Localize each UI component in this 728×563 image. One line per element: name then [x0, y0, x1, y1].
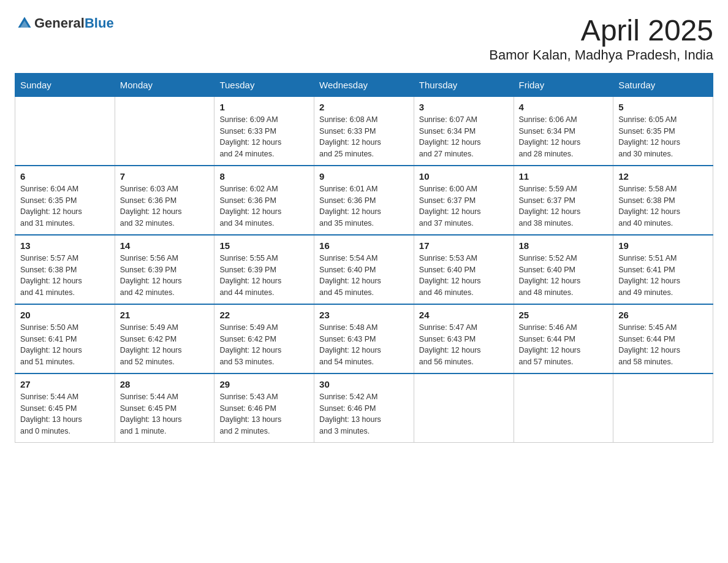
calendar-cell: 3Sunrise: 6:07 AM Sunset: 6:34 PM Daylig…: [414, 96, 514, 166]
day-info: Sunrise: 5:48 AM Sunset: 6:43 PM Dayligh…: [319, 322, 409, 368]
calendar-title: April 2025: [489, 15, 713, 47]
day-number: 14: [120, 240, 210, 251]
day-number: 1: [219, 102, 309, 112]
day-number: 27: [20, 379, 110, 389]
day-number: 26: [618, 310, 708, 320]
day-info: Sunrise: 5:45 AM Sunset: 6:44 PM Dayligh…: [618, 322, 708, 368]
day-info: Sunrise: 5:49 AM Sunset: 6:42 PM Dayligh…: [219, 322, 309, 368]
calendar-cell: 29Sunrise: 5:43 AM Sunset: 6:46 PM Dayli…: [214, 373, 314, 443]
day-info: Sunrise: 5:51 AM Sunset: 6:41 PM Dayligh…: [618, 253, 708, 299]
calendar-cell: 22Sunrise: 5:49 AM Sunset: 6:42 PM Dayli…: [214, 304, 314, 373]
calendar-cell: 8Sunrise: 6:02 AM Sunset: 6:36 PM Daylig…: [214, 166, 314, 235]
calendar-cell: [15, 96, 115, 166]
day-info: Sunrise: 6:07 AM Sunset: 6:34 PM Dayligh…: [419, 114, 509, 160]
page-header: GeneralBlue April 2025 Bamor Kalan, Madh…: [15, 15, 713, 63]
calendar-week-row: 20Sunrise: 5:50 AM Sunset: 6:41 PM Dayli…: [15, 304, 713, 373]
day-number: 20: [20, 310, 110, 320]
calendar-cell: 4Sunrise: 6:06 AM Sunset: 6:34 PM Daylig…: [514, 96, 613, 166]
calendar-cell: 1Sunrise: 6:09 AM Sunset: 6:33 PM Daylig…: [214, 96, 314, 166]
calendar-cell: 27Sunrise: 5:44 AM Sunset: 6:45 PM Dayli…: [15, 373, 115, 443]
day-number: 18: [519, 240, 609, 251]
day-number: 13: [20, 240, 110, 251]
day-number: 7: [120, 171, 210, 182]
day-number: 15: [219, 240, 309, 251]
calendar-cell: 18Sunrise: 5:52 AM Sunset: 6:40 PM Dayli…: [514, 235, 613, 304]
calendar-cell: 30Sunrise: 5:42 AM Sunset: 6:46 PM Dayli…: [314, 373, 414, 443]
day-info: Sunrise: 5:47 AM Sunset: 6:43 PM Dayligh…: [419, 322, 509, 368]
calendar-cell: 25Sunrise: 5:46 AM Sunset: 6:44 PM Dayli…: [514, 304, 613, 373]
day-number: 6: [20, 171, 110, 182]
calendar-cell: 10Sunrise: 6:00 AM Sunset: 6:37 PM Dayli…: [414, 166, 514, 235]
day-info: Sunrise: 6:02 AM Sunset: 6:36 PM Dayligh…: [219, 183, 309, 229]
calendar-cell: 11Sunrise: 5:59 AM Sunset: 6:37 PM Dayli…: [514, 166, 613, 235]
day-number: 24: [419, 310, 509, 320]
day-info: Sunrise: 5:43 AM Sunset: 6:46 PM Dayligh…: [219, 391, 309, 437]
day-info: Sunrise: 6:06 AM Sunset: 6:34 PM Dayligh…: [519, 114, 609, 160]
calendar-cell: 20Sunrise: 5:50 AM Sunset: 6:41 PM Dayli…: [15, 304, 115, 373]
day-info: Sunrise: 5:46 AM Sunset: 6:44 PM Dayligh…: [519, 322, 609, 368]
day-info: Sunrise: 5:57 AM Sunset: 6:38 PM Dayligh…: [20, 253, 110, 299]
day-info: Sunrise: 5:52 AM Sunset: 6:40 PM Dayligh…: [519, 253, 609, 299]
calendar-cell: 6Sunrise: 6:04 AM Sunset: 6:35 PM Daylig…: [15, 166, 115, 235]
title-block: April 2025 Bamor Kalan, Madhya Pradesh, …: [489, 15, 713, 63]
header-tuesday: Tuesday: [214, 73, 314, 96]
day-number: 2: [319, 102, 409, 112]
day-info: Sunrise: 6:04 AM Sunset: 6:35 PM Dayligh…: [20, 183, 110, 229]
header-thursday: Thursday: [414, 73, 514, 96]
logo-blue: Blue: [85, 15, 114, 31]
calendar-week-row: 13Sunrise: 5:57 AM Sunset: 6:38 PM Dayli…: [15, 235, 713, 304]
day-info: Sunrise: 6:05 AM Sunset: 6:35 PM Dayligh…: [618, 114, 708, 160]
day-number: 25: [519, 310, 609, 320]
day-number: 22: [219, 310, 309, 320]
day-info: Sunrise: 5:55 AM Sunset: 6:39 PM Dayligh…: [219, 253, 309, 299]
logo-icon: [16, 15, 33, 32]
day-number: 12: [618, 171, 708, 182]
calendar-week-row: 1Sunrise: 6:09 AM Sunset: 6:33 PM Daylig…: [15, 96, 713, 166]
calendar-cell: 5Sunrise: 6:05 AM Sunset: 6:35 PM Daylig…: [613, 96, 713, 166]
logo-general: General: [34, 15, 85, 31]
day-number: 21: [120, 310, 210, 320]
calendar-table: Sunday Monday Tuesday Wednesday Thursday…: [15, 73, 713, 443]
header-friday: Friday: [514, 73, 613, 96]
day-number: 3: [419, 102, 509, 112]
day-info: Sunrise: 5:44 AM Sunset: 6:45 PM Dayligh…: [120, 391, 210, 437]
day-info: Sunrise: 6:01 AM Sunset: 6:36 PM Dayligh…: [319, 183, 409, 229]
day-number: 17: [419, 240, 509, 251]
day-number: 10: [419, 171, 509, 182]
day-number: 28: [120, 379, 210, 389]
calendar-cell: 12Sunrise: 5:58 AM Sunset: 6:38 PM Dayli…: [613, 166, 713, 235]
day-info: Sunrise: 5:53 AM Sunset: 6:40 PM Dayligh…: [419, 253, 509, 299]
day-number: 19: [618, 240, 708, 251]
calendar-cell: 26Sunrise: 5:45 AM Sunset: 6:44 PM Dayli…: [613, 304, 713, 373]
header-sunday: Sunday: [15, 73, 115, 96]
calendar-cell: 16Sunrise: 5:54 AM Sunset: 6:40 PM Dayli…: [314, 235, 414, 304]
calendar-cell: 23Sunrise: 5:48 AM Sunset: 6:43 PM Dayli…: [314, 304, 414, 373]
calendar-cell: 28Sunrise: 5:44 AM Sunset: 6:45 PM Dayli…: [115, 373, 214, 443]
header-saturday: Saturday: [613, 73, 713, 96]
calendar-cell: 21Sunrise: 5:49 AM Sunset: 6:42 PM Dayli…: [115, 304, 214, 373]
day-number: 16: [319, 240, 409, 251]
calendar-cell: [414, 373, 514, 443]
day-info: Sunrise: 5:50 AM Sunset: 6:41 PM Dayligh…: [20, 322, 110, 368]
calendar-cell: 13Sunrise: 5:57 AM Sunset: 6:38 PM Dayli…: [15, 235, 115, 304]
day-number: 30: [319, 379, 409, 389]
calendar-cell: [514, 373, 613, 443]
calendar-cell: 17Sunrise: 5:53 AM Sunset: 6:40 PM Dayli…: [414, 235, 514, 304]
calendar-cell: 24Sunrise: 5:47 AM Sunset: 6:43 PM Dayli…: [414, 304, 514, 373]
day-number: 29: [219, 379, 309, 389]
calendar-week-row: 6Sunrise: 6:04 AM Sunset: 6:35 PM Daylig…: [15, 166, 713, 235]
day-number: 9: [319, 171, 409, 182]
calendar-cell: 15Sunrise: 5:55 AM Sunset: 6:39 PM Dayli…: [214, 235, 314, 304]
day-info: Sunrise: 5:42 AM Sunset: 6:46 PM Dayligh…: [319, 391, 409, 437]
calendar-cell: 7Sunrise: 6:03 AM Sunset: 6:36 PM Daylig…: [115, 166, 214, 235]
day-info: Sunrise: 6:09 AM Sunset: 6:33 PM Dayligh…: [219, 114, 309, 160]
calendar-cell: 9Sunrise: 6:01 AM Sunset: 6:36 PM Daylig…: [314, 166, 414, 235]
calendar-cell: 19Sunrise: 5:51 AM Sunset: 6:41 PM Dayli…: [613, 235, 713, 304]
calendar-cell: [613, 373, 713, 443]
day-info: Sunrise: 5:54 AM Sunset: 6:40 PM Dayligh…: [319, 253, 409, 299]
calendar-cell: [115, 96, 214, 166]
calendar-subtitle: Bamor Kalan, Madhya Pradesh, India: [489, 47, 713, 63]
day-number: 4: [519, 102, 609, 112]
day-info: Sunrise: 5:49 AM Sunset: 6:42 PM Dayligh…: [120, 322, 210, 368]
calendar-week-row: 27Sunrise: 5:44 AM Sunset: 6:45 PM Dayli…: [15, 373, 713, 443]
